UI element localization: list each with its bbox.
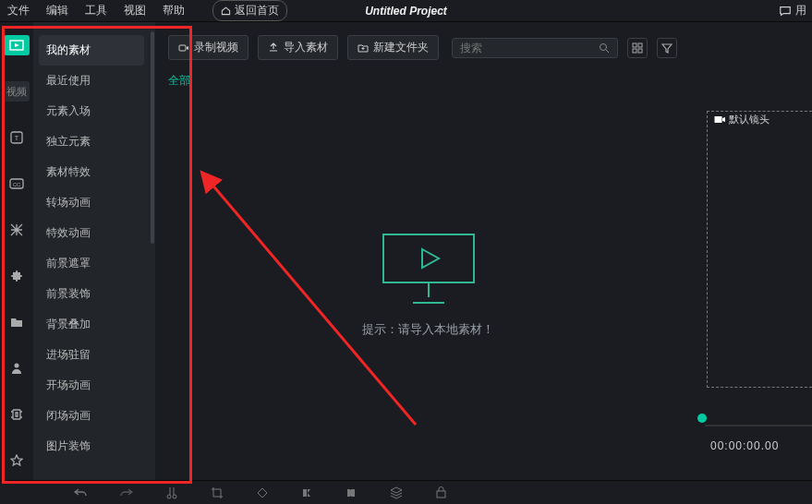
svg-rect-9 xyxy=(638,43,642,47)
tool-strip: 视频 T CC xyxy=(0,22,33,480)
tab-row: 全部 xyxy=(168,73,688,89)
monitor-play-icon xyxy=(378,231,479,308)
cat-transition[interactable]: 转场动画 xyxy=(33,187,150,218)
svg-rect-12 xyxy=(383,234,474,282)
cat-element-in[interactable]: 元素入场 xyxy=(33,96,150,126)
tool-puzzle[interactable] xyxy=(4,266,30,286)
svg-rect-8 xyxy=(633,43,636,47)
tool-media[interactable] xyxy=(4,35,30,55)
cat-fg-mask[interactable]: 前景遮罩 xyxy=(33,248,150,279)
svg-rect-10 xyxy=(633,49,636,53)
category-panel: 我的素材 最近使用 元素入场 独立元素 素材特效 转场动画 特效动画 前景遮罩 … xyxy=(33,22,150,480)
layers-icon[interactable] xyxy=(390,486,403,499)
svg-point-14 xyxy=(167,495,171,498)
tool-caption[interactable]: CC xyxy=(4,174,30,194)
cat-fx-anim[interactable]: 特效动画 xyxy=(33,218,150,248)
menu-view[interactable]: 视图 xyxy=(124,3,146,18)
tool-template[interactable] xyxy=(4,404,30,425)
cat-effects[interactable]: 素材特效 xyxy=(33,157,150,187)
main-column: 录制视频 导入素材 新建文件夹 全部 xyxy=(155,22,701,480)
camera-icon xyxy=(714,115,725,124)
newfolder-icon xyxy=(358,43,369,53)
cat-enter-stay[interactable]: 进场驻留 xyxy=(33,340,150,370)
search-icon[interactable] xyxy=(599,42,610,54)
default-camera-label: 默认镜头 xyxy=(714,113,770,126)
cat-recent[interactable]: 最近使用 xyxy=(33,66,150,96)
tool-text[interactable]: T xyxy=(4,127,30,148)
home-icon xyxy=(221,6,231,16)
cut-icon[interactable] xyxy=(166,486,177,499)
crop-icon[interactable] xyxy=(211,486,224,499)
home-label: 返回首页 xyxy=(235,3,279,18)
newfolder-button[interactable]: 新建文件夹 xyxy=(347,35,439,60)
tool-pattern[interactable] xyxy=(4,220,30,240)
bottom-toolbar xyxy=(0,480,812,504)
search-box[interactable] xyxy=(452,38,618,58)
asset-toolbar: 录制视频 导入素材 新建文件夹 xyxy=(168,35,688,60)
menubar-right: 用 xyxy=(779,3,806,18)
redo-icon[interactable] xyxy=(120,487,133,498)
home-button[interactable]: 返回首页 xyxy=(212,0,287,21)
svg-rect-6 xyxy=(179,45,186,51)
marker-in-icon[interactable] xyxy=(301,487,312,498)
cat-my-assets[interactable]: 我的素材 xyxy=(39,35,144,66)
import-label: 导入素材 xyxy=(284,40,328,55)
record-label: 录制视频 xyxy=(194,40,238,55)
svg-point-15 xyxy=(173,495,176,498)
preview-frame[interactable] xyxy=(707,111,812,388)
grid-view-button[interactable] xyxy=(627,38,648,58)
category-scrollbar[interactable] xyxy=(150,22,155,480)
cat-opening[interactable]: 开场动画 xyxy=(33,370,150,401)
filter-button[interactable] xyxy=(657,38,677,58)
empty-state[interactable]: 提示：请导入本地素材！ xyxy=(168,89,688,480)
import-icon xyxy=(268,42,279,54)
keyframe-icon[interactable] xyxy=(257,487,268,498)
user-label[interactable]: 用 xyxy=(795,3,806,18)
tool-star[interactable] xyxy=(4,450,30,471)
cat-image-decor[interactable]: 图片装饰 xyxy=(33,431,150,462)
cat-bg-overlay[interactable]: 背景叠加 xyxy=(33,309,150,340)
svg-rect-16 xyxy=(437,491,445,498)
camera-text: 默认镜头 xyxy=(729,113,770,126)
playhead-icon[interactable] xyxy=(697,414,707,423)
svg-point-5 xyxy=(15,364,19,368)
menu-edit[interactable]: 编辑 xyxy=(46,3,68,18)
preview-track[interactable] xyxy=(705,425,812,426)
import-button[interactable]: 导入素材 xyxy=(258,35,338,60)
record-button[interactable]: 录制视频 xyxy=(168,35,248,60)
newfolder-label: 新建文件夹 xyxy=(373,40,429,55)
project-title: Untitled Project xyxy=(365,5,447,18)
svg-text:T: T xyxy=(15,134,19,142)
chat-icon[interactable] xyxy=(779,5,792,18)
svg-rect-13 xyxy=(715,116,722,123)
menu-tools[interactable]: 工具 xyxy=(85,3,107,18)
empty-hint: 提示：请导入本地素材！ xyxy=(362,321,494,338)
record-icon xyxy=(178,42,189,54)
cat-independent[interactable]: 独立元素 xyxy=(33,126,150,157)
search-input[interactable] xyxy=(460,42,599,54)
tab-all[interactable]: 全部 xyxy=(168,74,190,87)
menubar: 文件 编辑 工具 视图 帮助 返回首页 Untitled Project 用 xyxy=(0,0,812,22)
svg-point-7 xyxy=(600,43,607,50)
preview-column: 默认镜头 00:00:00.00 xyxy=(701,22,812,480)
tool-video-label[interactable]: 视频 xyxy=(4,81,30,102)
tool-person[interactable] xyxy=(4,358,30,378)
svg-text:CC: CC xyxy=(13,182,21,187)
cat-fg-decor[interactable]: 前景装饰 xyxy=(33,279,150,309)
tool-folder[interactable] xyxy=(4,312,30,332)
marker-out-icon[interactable] xyxy=(345,487,357,498)
menu-file[interactable]: 文件 xyxy=(7,3,30,18)
timecode: 00:00:00.00 xyxy=(710,439,779,452)
undo-icon[interactable] xyxy=(74,487,87,498)
lock-icon[interactable] xyxy=(436,486,446,498)
svg-rect-11 xyxy=(638,49,642,53)
menu-help[interactable]: 帮助 xyxy=(163,3,185,18)
cat-closing[interactable]: 闭场动画 xyxy=(33,401,150,431)
